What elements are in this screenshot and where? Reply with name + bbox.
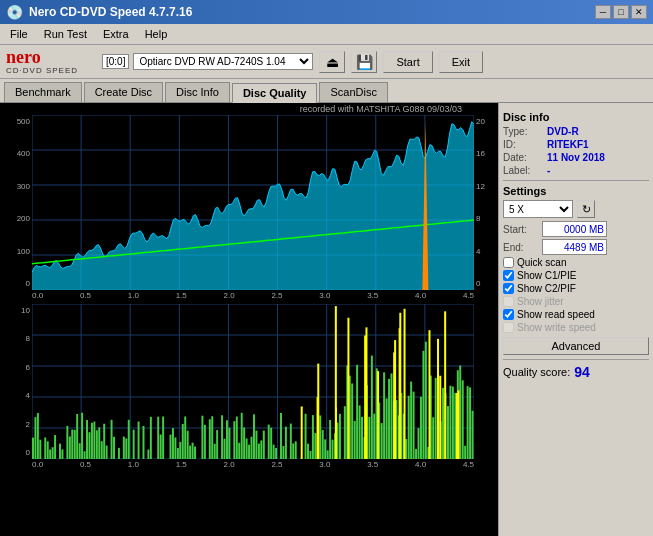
nero-subtitle: CD·DVD SPEED [6,66,96,75]
y-tick-300: 300 [2,182,30,191]
date-row: Date: 11 Nov 2018 [503,152,649,163]
show-write-row: Show write speed [503,322,649,333]
drive-index-label: [0:0] [102,54,129,69]
tab-scan-disc[interactable]: ScanDisc [319,82,387,102]
upper-chart-container: 500 400 300 200 100 0 20 16 12 8 4 0 [0,115,498,290]
r-y-tick-12: 12 [476,182,496,191]
id-row: ID: RITEKF1 [503,139,649,150]
quality-row: Quality score: 94 [503,364,649,380]
disc-label-value: - [547,165,550,176]
app-title: Nero CD-DVD Speed 4.7.7.16 [29,5,589,19]
close-button[interactable]: ✕ [631,5,647,19]
type-row: Type: DVD-R [503,126,649,137]
menu-run-test[interactable]: Run Test [38,26,93,42]
id-label: ID: [503,139,543,150]
tab-create-disc[interactable]: Create Disc [84,82,163,102]
r-y-tick-4: 4 [476,247,496,256]
show-c2-row: Show C2/PIF [503,283,649,294]
start-field-label: Start: [503,224,538,235]
exit-button[interactable]: Exit [439,51,483,73]
type-value: DVD-R [547,126,579,137]
menu-help[interactable]: Help [139,26,174,42]
minimize-button[interactable]: ─ [595,5,611,19]
start-button[interactable]: Start [383,51,432,73]
menu-bar: File Run Test Extra Help [0,24,653,45]
end-field-row: End: [503,239,649,255]
disc-info-title: Disc info [503,111,649,123]
show-jitter-checkbox[interactable] [503,296,514,307]
window-controls: ─ □ ✕ [595,5,647,19]
y-tick-400: 400 [2,149,30,158]
show-c2-checkbox[interactable] [503,283,514,294]
tab-benchmark[interactable]: Benchmark [4,82,82,102]
divider-2 [503,359,649,360]
quality-value: 94 [574,364,590,380]
r-y-tick-16: 16 [476,149,496,158]
ly-tick-10: 10 [2,306,30,315]
save-button[interactable]: 💾 [351,51,377,73]
lower-x-axis-row: 0.0 0.5 1.0 1.5 2.0 2.5 3.0 3.5 4.0 4.5 [0,459,498,473]
start-field[interactable] [542,221,607,237]
y-tick-500: 500 [2,117,30,126]
speed-row: 5 X ↻ [503,200,649,218]
advanced-button[interactable]: Advanced [503,337,649,355]
divider-1 [503,180,649,181]
chart-title-bar: recorded with MATSHITA G088 09/03/03 [0,103,498,115]
upper-right-y-axis: 20 16 12 8 4 0 [474,115,498,290]
lower-y-axis: 10 8 6 4 2 0 [0,304,32,459]
quick-scan-checkbox[interactable] [503,257,514,268]
show-write-checkbox[interactable] [503,322,514,333]
r-y-tick-8: 8 [476,214,496,223]
label-row: Label: - [503,165,649,176]
show-read-label: Show read speed [517,309,595,320]
maximize-button[interactable]: □ [613,5,629,19]
show-read-checkbox[interactable] [503,309,514,320]
upper-canvas-area [32,115,474,290]
y-tick-0: 0 [2,279,30,288]
toolbar: nero CD·DVD SPEED [0:0] Optiarc DVD RW A… [0,45,653,79]
tab-disc-quality[interactable]: Disc Quality [232,83,318,103]
lower-chart-canvas [32,304,474,459]
ly-tick-6: 6 [2,363,30,372]
chart-title: recorded with MATSHITA G088 09/03/03 [300,104,462,114]
end-field[interactable] [542,239,607,255]
quick-scan-row: Quick scan [503,257,649,268]
menu-file[interactable]: File [4,26,34,42]
drive-combo[interactable]: Optiarc DVD RW AD-7240S 1.04 [133,53,313,70]
ly-tick-4: 4 [2,391,30,400]
ly-tick-0: 0 [2,448,30,457]
show-jitter-label: Show jitter [517,296,564,307]
quality-label: Quality score: [503,366,570,378]
lower-canvas-area [32,304,474,459]
quick-scan-label: Quick scan [517,257,566,268]
type-label: Type: [503,126,543,137]
show-jitter-row: Show jitter [503,296,649,307]
nero-logo-area: nero CD·DVD SPEED [6,48,96,75]
start-field-row: Start: [503,221,649,237]
y-tick-200: 200 [2,214,30,223]
upper-x-labels: 0.0 0.5 1.0 1.5 2.0 2.5 3.0 3.5 4.0 4.5 [32,290,474,304]
tab-disc-info[interactable]: Disc Info [165,82,230,102]
show-c1-checkbox[interactable] [503,270,514,281]
side-panel: Disc info Type: DVD-R ID: RITEKF1 Date: … [498,103,653,536]
eject-button[interactable]: ⏏ [319,51,345,73]
show-c2-label: Show C2/PIF [517,283,576,294]
ly-tick-8: 8 [2,334,30,343]
nero-logo: nero [6,48,96,66]
show-c1-label: Show C1/PIE [517,270,576,281]
show-write-label: Show write speed [517,322,596,333]
menu-extra[interactable]: Extra [97,26,135,42]
y-tick-100: 100 [2,247,30,256]
lower-chart-container: 10 8 6 4 2 0 [0,304,498,459]
show-read-row: Show read speed [503,309,649,320]
upper-chart-canvas [32,115,474,290]
settings-title: Settings [503,185,649,197]
speed-combo[interactable]: 5 X [503,200,573,218]
title-bar: 💿 Nero CD-DVD Speed 4.7.7.16 ─ □ ✕ [0,0,653,24]
show-c1-row: Show C1/PIE [503,270,649,281]
upper-y-axis: 500 400 300 200 100 0 [0,115,32,290]
r-y-tick-0r: 0 [476,279,496,288]
r-y-tick-20: 20 [476,117,496,126]
refresh-button[interactable]: ↻ [577,200,595,218]
date-label: Date: [503,152,543,163]
